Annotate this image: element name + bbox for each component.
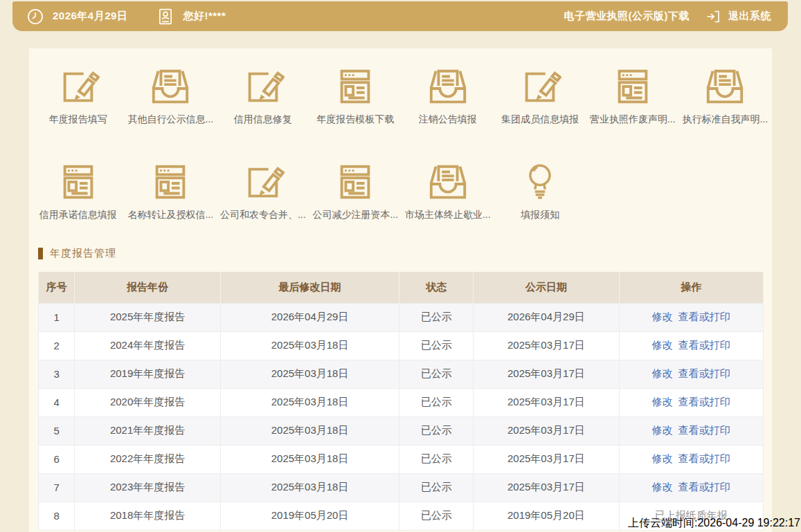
table-row: 12025年年度报告2026年04月29日已公示2026年04月29日修改查看或…	[39, 303, 764, 331]
shortcut-item[interactable]: 填报须知	[494, 161, 587, 221]
upload-time-watermark: 上传云端时间:2026-04-29 19:22:17	[628, 516, 800, 531]
shortcut-item[interactable]: 信用承诺信息填报	[32, 161, 125, 221]
browser-icon	[611, 66, 654, 109]
license-download-link[interactable]: 电子营业执照(公示版)下载	[564, 10, 690, 23]
modify-link[interactable]: 修改	[652, 396, 673, 407]
cell-publicized: 2025年03月17日	[474, 416, 619, 445]
view-print-link[interactable]: 查看或打印	[678, 396, 730, 407]
cell-actions: 修改查看或打印	[619, 388, 763, 416]
edit-icon	[519, 66, 561, 109]
view-print-link[interactable]: 查看或打印	[678, 339, 730, 351]
table-row: 22024年年度报告2025年03月18日已公示2025年03月17日修改查看或…	[39, 331, 764, 360]
modify-link[interactable]: 修改	[652, 339, 673, 351]
shortcut-label: 年度报告模板下载	[316, 113, 394, 126]
shortcut-item[interactable]: 集团成员信息填报	[494, 66, 587, 126]
cell-modified: 2025年03月18日	[220, 360, 399, 388]
cell-year: 2021年年度报告	[75, 416, 220, 445]
shortcut-label: 执行标准自我声明...	[682, 113, 768, 126]
shortcut-item[interactable]: 名称转让及授权信...	[125, 161, 217, 221]
inbox-icon	[149, 66, 192, 109]
inbox-icon	[703, 66, 746, 109]
logout-link[interactable]: 退出系统	[728, 10, 771, 23]
cell-no: 7	[39, 473, 75, 502]
cell-status: 已公示	[399, 360, 474, 388]
top-bar-left: 2026年4月29日 您好!****	[26, 8, 226, 26]
browser-icon	[57, 161, 100, 204]
cell-modified: 2026年04月29日	[220, 303, 399, 331]
edit-icon	[242, 161, 285, 204]
content-panel: 年度报告填写 其他自行公示信息... 信用信息修复 年度报告模板下载 注销公告填…	[29, 48, 772, 532]
shortcut-item[interactable]: 公司和农专合并、...	[217, 161, 309, 221]
cell-actions: 修改查看或打印	[619, 360, 763, 388]
inbox-icon	[426, 66, 469, 109]
cell-status: 已公示	[399, 445, 474, 473]
shortcut-label: 信用信息修复	[234, 113, 292, 126]
modify-link[interactable]: 修改	[652, 452, 673, 464]
cell-publicized: 2025年03月17日	[474, 473, 619, 502]
shortcut-item[interactable]: 公司减少注册资本...	[309, 161, 402, 221]
shortcut-item[interactable]: 信用信息修复	[217, 66, 309, 126]
browser-icon	[334, 66, 377, 109]
view-print-link[interactable]: 查看或打印	[678, 367, 730, 379]
view-print-link[interactable]: 查看或打印	[678, 452, 730, 464]
modify-link[interactable]: 修改	[652, 481, 673, 493]
cell-no: 2	[39, 331, 75, 360]
shortcut-label: 名称转让及授权信...	[127, 209, 213, 221]
cell-publicized: 2019年05月20日	[474, 502, 619, 530]
column-header: 公示日期	[474, 272, 619, 303]
shortcut-item[interactable]: 年度报告填写	[32, 66, 125, 126]
cell-actions: 修改查看或打印	[619, 445, 763, 473]
cell-no: 3	[39, 360, 75, 388]
shortcut-item[interactable]: 其他自行公示信息...	[125, 66, 217, 126]
shortcut-label: 其他自行公示信息...	[127, 113, 213, 126]
modify-link[interactable]: 修改	[652, 424, 673, 436]
cell-year: 2020年年度报告	[75, 388, 220, 416]
column-header: 操作	[619, 272, 763, 303]
column-header: 最后修改日期	[220, 272, 399, 303]
view-print-link[interactable]: 查看或打印	[678, 481, 730, 493]
section-title-marker	[38, 248, 43, 259]
cell-no: 1	[39, 303, 75, 331]
shortcut-item[interactable]: 市场主体终止歇业...	[402, 161, 494, 221]
annual-report-table: 序号报告年份最后修改日期状态公示日期操作 12025年年度报告2026年04月2…	[38, 272, 764, 531]
shortcut-item[interactable]: 执行标准自我声明...	[679, 66, 772, 126]
edit-icon	[57, 66, 100, 109]
inbox-icon	[426, 161, 469, 204]
user-badge-icon	[156, 8, 174, 26]
cell-modified: 2025年03月18日	[220, 388, 399, 416]
modify-link[interactable]: 修改	[652, 367, 673, 379]
cell-status: 已公示	[399, 473, 474, 502]
view-print-link[interactable]: 查看或打印	[678, 424, 730, 436]
shortcut-item[interactable]: 营业执照作废声明...	[586, 66, 679, 126]
shortcut-item[interactable]: 年度报告模板下载	[309, 66, 402, 126]
shortcut-label: 填报须知	[521, 209, 559, 221]
shortcut-item[interactable]: 注销公告填报	[402, 66, 494, 126]
shortcut-label: 公司和农专合并、...	[220, 209, 306, 221]
cell-publicized: 2025年03月17日	[474, 331, 619, 360]
cell-actions: 修改查看或打印	[619, 303, 763, 331]
shortcut-label: 年度报告填写	[49, 113, 107, 126]
table-row: 62022年年度报告2025年03月18日已公示2025年03月17日修改查看或…	[39, 445, 764, 473]
column-header: 序号	[39, 272, 75, 303]
section-title-text: 年度报告管理	[50, 247, 116, 260]
shortcut-label: 市场主体终止歇业...	[405, 209, 491, 221]
shortcut-row-1: 年度报告填写 其他自行公示信息... 信用信息修复 年度报告模板下载 注销公告填…	[29, 66, 772, 126]
cell-status: 已公示	[399, 416, 474, 445]
cell-status: 已公示	[399, 331, 474, 360]
cell-status: 已公示	[399, 303, 474, 331]
cell-actions: 修改查看或打印	[619, 473, 763, 502]
cell-status: 已公示	[399, 502, 474, 530]
cell-year: 2022年年度报告	[75, 445, 220, 473]
shortcut-row-2: 信用承诺信息填报 名称转让及授权信... 公司和农专合并、... 公司减少注册资…	[29, 161, 772, 221]
edit-icon	[242, 66, 285, 109]
cell-publicized: 2026年04月29日	[474, 303, 619, 331]
browser-icon	[334, 161, 377, 204]
logout-icon[interactable]	[705, 8, 721, 25]
cell-year: 2023年年度报告	[75, 473, 220, 502]
view-print-link[interactable]: 查看或打印	[678, 311, 730, 322]
column-header: 状态	[399, 272, 474, 303]
table-row: 52021年年度报告2025年03月18日已公示2025年03月17日修改查看或…	[39, 416, 764, 445]
cell-no: 4	[39, 388, 75, 416]
cell-modified: 2019年05月20日	[220, 502, 399, 530]
modify-link[interactable]: 修改	[652, 311, 673, 322]
